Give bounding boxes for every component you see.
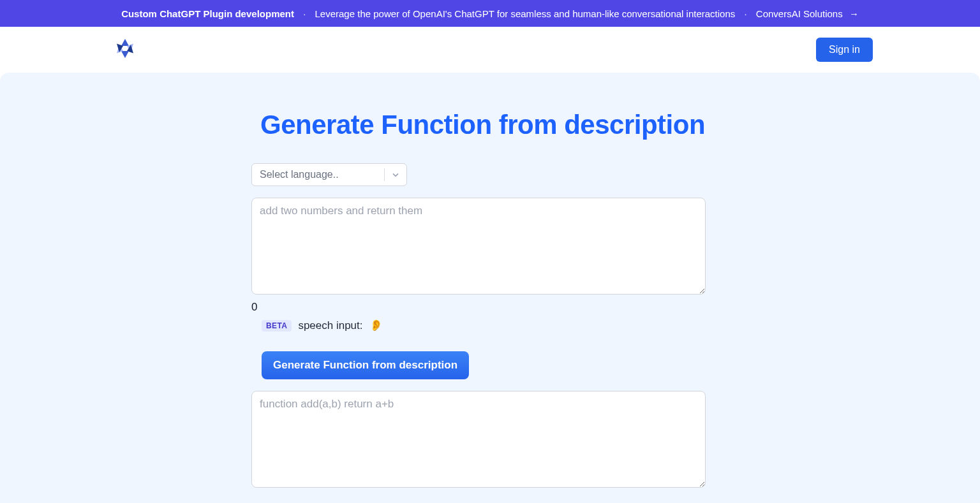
generate-button[interactable]: Generate Function from description	[262, 351, 469, 379]
description-input[interactable]	[251, 198, 706, 295]
logo[interactable]	[112, 36, 138, 64]
language-select[interactable]: Select language..	[251, 163, 407, 186]
speech-input-row: BETA speech input: 👂	[262, 319, 706, 332]
banner-link[interactable]: Custom ChatGPT Plugin development · Leve…	[121, 8, 859, 19]
header: Sign in	[107, 27, 873, 73]
promo-banner: Custom ChatGPT Plugin development · Leve…	[0, 0, 980, 27]
banner-separator-2: ·	[744, 8, 746, 19]
banner-headline: Custom ChatGPT Plugin development	[121, 8, 294, 19]
output-textarea[interactable]	[251, 391, 706, 488]
speech-input-label: speech input:	[298, 319, 362, 332]
svg-marker-0	[121, 39, 129, 46]
content-column: Generate Function from description Selec…	[251, 110, 706, 503]
chevron-down-icon	[385, 170, 406, 180]
beta-badge: BETA	[262, 320, 292, 332]
banner-cta: ConversAI Solutions	[756, 8, 843, 19]
svg-marker-3	[121, 51, 129, 58]
char-counter: 0	[251, 301, 706, 314]
main-area: Generate Function from description Selec…	[0, 73, 980, 503]
banner-separator-1: ·	[303, 8, 306, 19]
banner-subline: Leverage the power of OpenAI's ChatGPT f…	[315, 8, 736, 19]
arrow-right-icon: →	[849, 8, 859, 19]
sign-in-button[interactable]: Sign in	[816, 38, 873, 62]
language-select-placeholder: Select language..	[252, 169, 384, 180]
logo-icon	[112, 36, 138, 61]
ear-icon[interactable]: 👂	[369, 319, 383, 332]
page-title: Generate Function from description	[260, 110, 706, 140]
